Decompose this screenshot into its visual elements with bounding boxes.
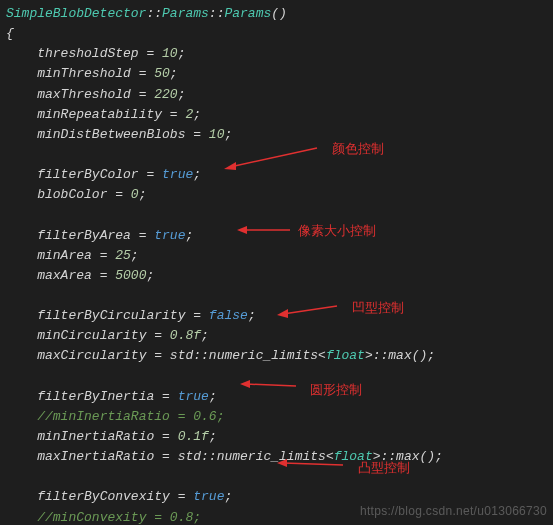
- code-line: minRepeatability = 2;: [6, 105, 553, 125]
- code-line: filterByInertia = true;: [6, 387, 553, 407]
- code-line: filterByArea = true;: [6, 226, 553, 246]
- class-name: SimpleBlobDetector: [6, 6, 146, 21]
- code-line: {: [6, 24, 553, 44]
- code-line: blobColor = 0;: [6, 185, 553, 205]
- blank-line: [6, 467, 553, 487]
- code-line: minCircularity = 0.8f;: [6, 326, 553, 346]
- code-line: thresholdStep = 10;: [6, 44, 553, 64]
- watermark: https://blog.csdn.net/u013066730: [360, 502, 547, 521]
- code-line: filterByColor = true;: [6, 165, 553, 185]
- blank-line: [6, 367, 553, 387]
- code-line: filterByCircularity = false;: [6, 306, 553, 326]
- code-line: maxArea = 5000;: [6, 266, 553, 286]
- code-line: SimpleBlobDetector::Params::Params(): [6, 4, 553, 24]
- code-block: SimpleBlobDetector::Params::Params() { t…: [0, 0, 553, 525]
- code-line: maxCircularity = std::numeric_limits<flo…: [6, 346, 553, 366]
- code-line: maxInertiaRatio = std::numeric_limits<fl…: [6, 447, 553, 467]
- blank-line: [6, 286, 553, 306]
- blank-line: [6, 205, 553, 225]
- blank-line: [6, 145, 553, 165]
- code-line: minArea = 25;: [6, 246, 553, 266]
- code-line: //minInertiaRatio = 0.6;: [6, 407, 553, 427]
- code-line: minDistBetweenBlobs = 10;: [6, 125, 553, 145]
- code-line: minInertiaRatio = 0.1f;: [6, 427, 553, 447]
- code-line: maxThreshold = 220;: [6, 85, 553, 105]
- code-line: minThreshold = 50;: [6, 64, 553, 84]
